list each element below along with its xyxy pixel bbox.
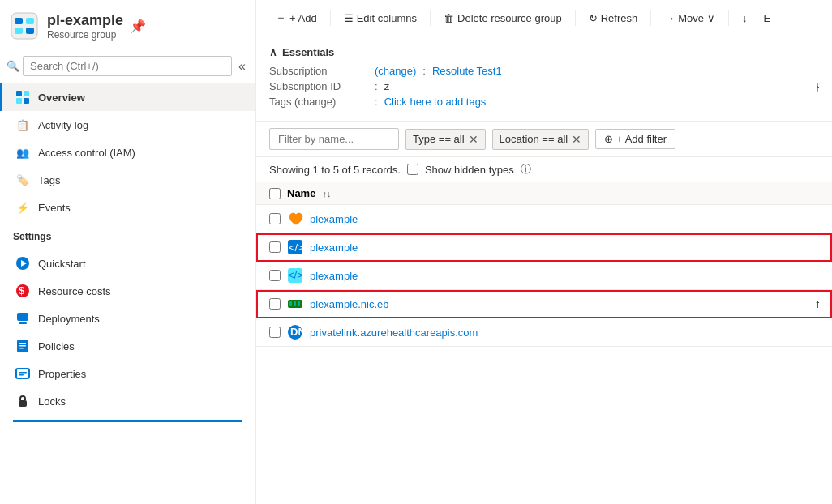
api-icon: </> <box>287 267 303 284</box>
sidebar-item-label-tags: Tags <box>38 174 60 186</box>
svg-rect-4 <box>26 28 34 34</box>
svg-rect-1 <box>15 18 23 24</box>
type-filter-tag[interactable]: Type == all ✕ <box>405 129 486 150</box>
records-bar: Showing 1 to 5 of 5 records. Show hidden… <box>256 157 832 182</box>
move-button[interactable]: → Move ∨ <box>658 8 722 28</box>
essentials-header: ∧ Essentials <box>269 46 819 58</box>
row5-checkbox[interactable] <box>269 327 281 338</box>
sidebar-item-overview[interactable]: Overview <box>0 83 255 111</box>
pin-icon[interactable]: 📌 <box>130 19 146 34</box>
location-filter-tag[interactable]: Location == all ✕ <box>492 129 590 150</box>
add-button[interactable]: ＋ + Add <box>269 6 324 29</box>
sub-change-link[interactable]: (change) <box>375 65 416 77</box>
svg-rect-0 <box>11 13 37 39</box>
resource-table: Name ↑↓ plexample </> plexample <box>256 182 832 504</box>
sidebar-item-activity-log[interactable]: 📋 Activity log <box>0 111 255 139</box>
edit-columns-button[interactable]: ☰ Edit columns <box>337 8 423 28</box>
add-filter-button[interactable]: ⊕ + Add filter <box>595 129 675 149</box>
select-all-checkbox[interactable] <box>269 188 281 199</box>
svg-text:</>: </> <box>289 241 303 254</box>
show-hidden-checkbox[interactable] <box>407 164 418 175</box>
download-icon: ↓ <box>742 12 748 24</box>
sidebar-item-label-policies: Policies <box>38 340 75 352</box>
row1-checkbox[interactable] <box>269 213 281 224</box>
table-row[interactable]: plexample <box>256 205 832 233</box>
svg-text:$: $ <box>19 284 25 297</box>
chevron-up-icon: ∧ <box>269 46 277 58</box>
svg-text:</>: </> <box>288 269 303 281</box>
refresh-button[interactable]: ↻ Refresh <box>582 8 645 28</box>
sidebar-item-events[interactable]: ⚡ Events <box>0 194 255 221</box>
sidebar-item-locks[interactable]: Locks <box>0 387 255 415</box>
main-content: ＋ + Add ☰ Edit columns 🗑 Delete resource… <box>256 0 832 504</box>
quickstart-icon <box>15 256 30 271</box>
collapse-button[interactable]: « <box>235 58 249 75</box>
subscription-value[interactable]: Resolute Test1 <box>432 65 502 77</box>
row4-resource-link[interactable]: plexample.nic.eb <box>310 298 389 310</box>
essentials-section: ∧ Essentials Subscription (change) : Res… <box>256 36 832 122</box>
activity-log-icon: 📋 <box>15 117 30 132</box>
row3-resource-link[interactable]: plexample <box>310 270 358 282</box>
events-icon: ⚡ <box>15 200 30 215</box>
svg-rect-2 <box>15 28 23 34</box>
delete-icon: 🗑 <box>444 12 454 24</box>
sidebar-item-quickstart[interactable]: Quickstart <box>0 250 255 277</box>
table-row[interactable]: DNS privatelink.azurehealthcareapis.com <box>256 318 832 347</box>
locks-icon <box>15 394 30 408</box>
row1-resource-link[interactable]: plexample <box>310 213 358 225</box>
sidebar-item-resource-costs[interactable]: $ Resource costs <box>0 277 255 305</box>
edit-columns-icon: ☰ <box>344 12 354 24</box>
sidebar-item-policies[interactable]: Policies <box>0 332 255 360</box>
type-filter-close-icon[interactable]: ✕ <box>469 133 478 146</box>
code-icon: </> <box>287 239 303 255</box>
table-header: Name ↑↓ <box>256 182 832 205</box>
sort-icons[interactable]: ↑↓ <box>322 189 331 199</box>
deployments-icon <box>15 311 30 326</box>
subscription-id-label: Subscription ID <box>269 80 375 92</box>
nic-icon <box>287 296 303 312</box>
tags-row: Tags (change) : Click here to add tags <box>269 96 819 108</box>
location-filter-close-icon[interactable]: ✕ <box>572 133 581 146</box>
filter-by-name-input[interactable] <box>269 128 399 150</box>
sidebar-item-label-iam: Access control (IAM) <box>38 147 135 159</box>
subscription-change-link[interactable]: (change) <box>375 65 416 77</box>
dns-icon: DNS <box>287 324 303 340</box>
search-input[interactable] <box>23 56 232 76</box>
row2-resource-link[interactable]: plexample <box>310 241 358 254</box>
row3-checkbox[interactable] <box>269 270 281 281</box>
row4-suffix: f <box>816 298 819 310</box>
table-row[interactable]: </> plexample <box>256 262 832 290</box>
tags-add-link[interactable]: Click here to add tags <box>384 96 487 108</box>
heart-icon <box>287 211 303 227</box>
edit-columns-label: Edit columns <box>357 12 417 24</box>
search-icon: 🔍 <box>6 60 19 72</box>
sidebar-item-access-control[interactable]: 👥 Access control (IAM) <box>0 139 255 166</box>
records-info: Showing 1 to 5 of 5 records. <box>269 164 401 176</box>
table-row[interactable]: plexample.nic.eb f <box>256 290 832 318</box>
sidebar-item-label-deployments: Deployments <box>38 313 100 325</box>
svg-rect-5 <box>16 91 22 96</box>
delete-label: Delete resource group <box>457 12 562 24</box>
sidebar-search-bar: 🔍 « <box>0 49 255 83</box>
sidebar-item-tags[interactable]: 🏷️ Tags <box>0 166 255 194</box>
table-row[interactable]: </> plexample <box>256 233 832 262</box>
svg-rect-3 <box>26 18 34 24</box>
svg-rect-22 <box>19 400 27 407</box>
sidebar-item-label-overview: Overview <box>38 92 85 104</box>
subscription-label: Subscription <box>269 65 375 77</box>
toolbar-separator-5 <box>728 10 729 26</box>
svg-rect-7 <box>16 98 22 104</box>
delete-button[interactable]: 🗑 Delete resource group <box>437 8 568 28</box>
download-button[interactable]: ↓ <box>736 8 754 28</box>
row4-checkbox[interactable] <box>269 298 281 310</box>
sidebar-item-deployments[interactable]: Deployments <box>0 305 255 332</box>
sidebar-item-properties[interactable]: Properties <box>0 360 255 387</box>
subscription-row: Subscription (change) : Resolute Test1 <box>269 65 819 77</box>
type-filter-label: Type == all <box>413 133 465 145</box>
row2-checkbox[interactable] <box>269 241 281 253</box>
tags-label: Tags (change) <box>269 96 375 108</box>
more-button[interactable]: E <box>757 8 778 28</box>
subscription-id-end: } <box>816 80 819 92</box>
sidebar-item-label-properties: Properties <box>38 368 86 380</box>
row5-resource-link[interactable]: privatelink.azurehealthcareapis.com <box>310 327 478 339</box>
